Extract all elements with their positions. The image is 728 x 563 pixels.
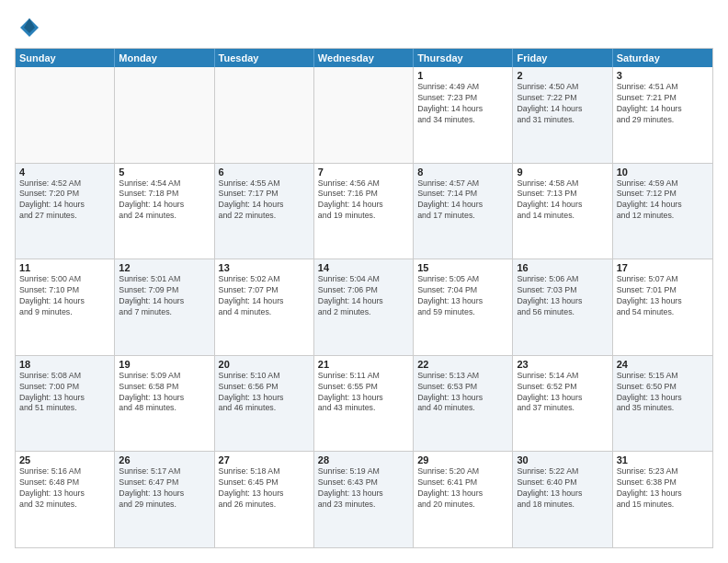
day-31: 31Sunrise: 5:23 AMSunset: 6:38 PMDayligh… bbox=[613, 452, 712, 547]
day-24: 24Sunrise: 5:15 AMSunset: 6:50 PMDayligh… bbox=[613, 356, 712, 452]
header-thursday: Thursday bbox=[414, 49, 513, 67]
day-info: Sunrise: 5:05 AMSunset: 7:04 PMDaylight:… bbox=[417, 274, 508, 318]
day-1: 1Sunrise: 4:49 AMSunset: 7:23 PMDaylight… bbox=[414, 67, 513, 163]
day-info: Sunrise: 5:07 AMSunset: 7:01 PMDaylight:… bbox=[617, 274, 709, 318]
header-tuesday: Tuesday bbox=[215, 49, 314, 67]
week-2: 4Sunrise: 4:52 AMSunset: 7:20 PMDaylight… bbox=[16, 164, 712, 260]
day-number: 19 bbox=[119, 359, 210, 370]
day-info: Sunrise: 5:18 AMSunset: 6:45 PMDaylight:… bbox=[219, 466, 310, 511]
header-saturday: Saturday bbox=[613, 49, 712, 67]
day-number: 25 bbox=[19, 454, 110, 465]
day-number: 1 bbox=[417, 70, 508, 81]
day-info: Sunrise: 4:52 AMSunset: 7:20 PMDaylight:… bbox=[19, 178, 110, 223]
empty-cell bbox=[115, 67, 214, 163]
day-number: 18 bbox=[19, 359, 110, 370]
day-21: 21Sunrise: 5:11 AMSunset: 6:55 PMDayligh… bbox=[314, 356, 414, 452]
day-number: 26 bbox=[119, 454, 210, 465]
day-info: Sunrise: 5:06 AMSunset: 7:03 PMDaylight:… bbox=[517, 274, 608, 318]
header-monday: Monday bbox=[115, 49, 214, 67]
day-number: 24 bbox=[617, 359, 709, 370]
day-18: 18Sunrise: 5:08 AMSunset: 7:00 PMDayligh… bbox=[16, 356, 115, 452]
week-3: 11Sunrise: 5:00 AMSunset: 7:10 PMDayligh… bbox=[16, 259, 712, 356]
header-wednesday: Wednesday bbox=[314, 49, 414, 67]
day-info: Sunrise: 5:13 AMSunset: 6:53 PMDaylight:… bbox=[417, 371, 508, 415]
day-number: 29 bbox=[417, 454, 508, 465]
day-6: 6Sunrise: 4:55 AMSunset: 7:17 PMDaylight… bbox=[215, 164, 314, 259]
day-8: 8Sunrise: 4:57 AMSunset: 7:14 PMDaylight… bbox=[414, 164, 513, 259]
day-info: Sunrise: 4:49 AMSunset: 7:23 PMDaylight:… bbox=[417, 82, 508, 126]
day-number: 13 bbox=[219, 262, 310, 273]
day-5: 5Sunrise: 4:54 AMSunset: 7:18 PMDaylight… bbox=[115, 164, 214, 259]
week-4: 18Sunrise: 5:08 AMSunset: 7:00 PMDayligh… bbox=[16, 356, 712, 453]
empty-cell bbox=[16, 67, 115, 163]
day-15: 15Sunrise: 5:05 AMSunset: 7:04 PMDayligh… bbox=[414, 259, 513, 355]
day-19: 19Sunrise: 5:09 AMSunset: 6:58 PMDayligh… bbox=[115, 356, 214, 452]
day-info: Sunrise: 4:59 AMSunset: 7:12 PMDaylight:… bbox=[617, 178, 709, 223]
day-info: Sunrise: 5:14 AMSunset: 6:52 PMDaylight:… bbox=[517, 371, 608, 415]
day-number: 27 bbox=[219, 454, 310, 465]
header bbox=[15, 15, 713, 40]
day-3: 3Sunrise: 4:51 AMSunset: 7:21 PMDaylight… bbox=[613, 67, 712, 163]
empty-cell bbox=[314, 67, 414, 163]
header-friday: Friday bbox=[513, 49, 612, 67]
day-number: 31 bbox=[617, 454, 709, 465]
day-info: Sunrise: 5:22 AMSunset: 6:40 PMDaylight:… bbox=[517, 466, 608, 511]
day-info: Sunrise: 5:04 AMSunset: 7:06 PMDaylight:… bbox=[318, 274, 409, 318]
day-12: 12Sunrise: 5:01 AMSunset: 7:09 PMDayligh… bbox=[115, 259, 214, 355]
day-info: Sunrise: 4:58 AMSunset: 7:13 PMDaylight:… bbox=[517, 178, 608, 223]
page: SundayMondayTuesdayWednesdayThursdayFrid… bbox=[0, 0, 728, 563]
day-10: 10Sunrise: 4:59 AMSunset: 7:12 PMDayligh… bbox=[613, 164, 712, 259]
logo-icon bbox=[15, 15, 40, 40]
day-number: 22 bbox=[417, 359, 508, 370]
day-number: 8 bbox=[417, 167, 508, 178]
calendar-header: SundayMondayTuesdayWednesdayThursdayFrid… bbox=[16, 49, 712, 67]
day-23: 23Sunrise: 5:14 AMSunset: 6:52 PMDayligh… bbox=[513, 356, 612, 452]
empty-cell bbox=[215, 67, 314, 163]
day-info: Sunrise: 4:51 AMSunset: 7:21 PMDaylight:… bbox=[617, 82, 709, 126]
day-info: Sunrise: 5:19 AMSunset: 6:43 PMDaylight:… bbox=[318, 466, 409, 511]
day-info: Sunrise: 4:54 AMSunset: 7:18 PMDaylight:… bbox=[119, 178, 210, 223]
week-1: 1Sunrise: 4:49 AMSunset: 7:23 PMDaylight… bbox=[16, 67, 712, 164]
day-info: Sunrise: 4:57 AMSunset: 7:14 PMDaylight:… bbox=[417, 178, 508, 223]
header-sunday: Sunday bbox=[16, 49, 115, 67]
day-number: 21 bbox=[318, 359, 409, 370]
day-number: 30 bbox=[517, 454, 608, 465]
day-info: Sunrise: 5:11 AMSunset: 6:55 PMDaylight:… bbox=[318, 371, 409, 415]
week-5: 25Sunrise: 5:16 AMSunset: 6:48 PMDayligh… bbox=[16, 452, 712, 547]
day-info: Sunrise: 5:00 AMSunset: 7:10 PMDaylight:… bbox=[19, 274, 110, 318]
day-30: 30Sunrise: 5:22 AMSunset: 6:40 PMDayligh… bbox=[513, 452, 612, 547]
day-info: Sunrise: 4:55 AMSunset: 7:17 PMDaylight:… bbox=[219, 178, 310, 223]
day-number: 11 bbox=[19, 262, 110, 273]
day-number: 28 bbox=[318, 454, 409, 465]
day-27: 27Sunrise: 5:18 AMSunset: 6:45 PMDayligh… bbox=[215, 452, 314, 547]
day-4: 4Sunrise: 4:52 AMSunset: 7:20 PMDaylight… bbox=[16, 164, 115, 259]
day-13: 13Sunrise: 5:02 AMSunset: 7:07 PMDayligh… bbox=[215, 259, 314, 355]
day-info: Sunrise: 5:01 AMSunset: 7:09 PMDaylight:… bbox=[119, 274, 210, 318]
day-number: 4 bbox=[19, 167, 110, 178]
day-number: 17 bbox=[617, 262, 709, 273]
day-28: 28Sunrise: 5:19 AMSunset: 6:43 PMDayligh… bbox=[314, 452, 414, 547]
day-22: 22Sunrise: 5:13 AMSunset: 6:53 PMDayligh… bbox=[414, 356, 513, 452]
day-17: 17Sunrise: 5:07 AMSunset: 7:01 PMDayligh… bbox=[613, 259, 712, 355]
day-7: 7Sunrise: 4:56 AMSunset: 7:16 PMDaylight… bbox=[314, 164, 414, 259]
day-info: Sunrise: 5:09 AMSunset: 6:58 PMDaylight:… bbox=[119, 371, 210, 415]
day-number: 7 bbox=[318, 167, 409, 178]
day-14: 14Sunrise: 5:04 AMSunset: 7:06 PMDayligh… bbox=[314, 259, 414, 355]
day-info: Sunrise: 4:56 AMSunset: 7:16 PMDaylight:… bbox=[318, 178, 409, 223]
day-11: 11Sunrise: 5:00 AMSunset: 7:10 PMDayligh… bbox=[16, 259, 115, 355]
day-16: 16Sunrise: 5:06 AMSunset: 7:03 PMDayligh… bbox=[513, 259, 612, 355]
day-info: Sunrise: 5:20 AMSunset: 6:41 PMDaylight:… bbox=[417, 466, 508, 511]
day-number: 12 bbox=[119, 262, 210, 273]
day-number: 10 bbox=[617, 167, 709, 178]
day-info: Sunrise: 5:15 AMSunset: 6:50 PMDaylight:… bbox=[617, 371, 709, 415]
day-number: 3 bbox=[617, 70, 709, 81]
day-20: 20Sunrise: 5:10 AMSunset: 6:56 PMDayligh… bbox=[215, 356, 314, 452]
calendar-body: 1Sunrise: 4:49 AMSunset: 7:23 PMDaylight… bbox=[16, 67, 712, 547]
day-29: 29Sunrise: 5:20 AMSunset: 6:41 PMDayligh… bbox=[414, 452, 513, 547]
day-number: 9 bbox=[517, 167, 608, 178]
day-9: 9Sunrise: 4:58 AMSunset: 7:13 PMDaylight… bbox=[513, 164, 612, 259]
calendar: SundayMondayTuesdayWednesdayThursdayFrid… bbox=[15, 48, 713, 548]
day-number: 20 bbox=[219, 359, 310, 370]
day-25: 25Sunrise: 5:16 AMSunset: 6:48 PMDayligh… bbox=[16, 452, 115, 547]
day-number: 5 bbox=[119, 167, 210, 178]
